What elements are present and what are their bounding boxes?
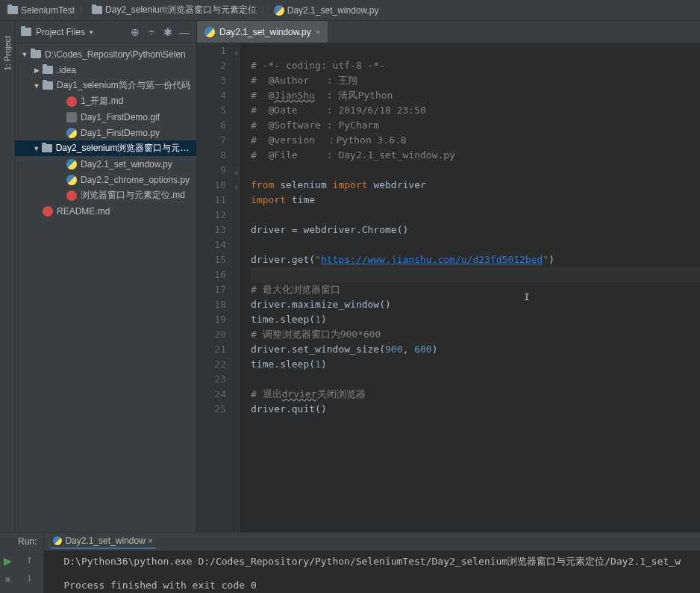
tree-file[interactable]: Day1_FirstDemo.py	[15, 125, 196, 140]
folder-icon	[7, 6, 18, 14]
tree-file[interactable]: 1_开篇.md	[15, 93, 196, 109]
tree-file[interactable]: Day2.1_set_window.py	[15, 156, 196, 172]
python-icon	[66, 159, 77, 170]
folder-icon	[31, 50, 41, 58]
python-icon	[66, 128, 77, 138]
breadcrumb-file[interactable]: Day2.1_set_window.py	[274, 5, 379, 16]
run-tab-label: Day2.1_set_window	[65, 535, 145, 546]
run-toolbar: ▶ ■	[0, 533, 15, 593]
tab-label: Day2.1_set_window.py	[219, 27, 311, 37]
folder-icon	[42, 144, 52, 152]
tree-folder-day1[interactable]: ▼Day1_selenium简介与第一份代码	[15, 78, 196, 93]
tree-label: Day1_FirstDemo.gif	[81, 112, 160, 122]
breadcrumb-folder-label: Day2_selenium浏览器窗口与元素定位	[105, 4, 257, 16]
tree-label: Day2.2_chrome_options.py	[81, 175, 190, 185]
folder-icon	[92, 6, 102, 14]
side-tool-label: 1: Project	[3, 36, 12, 70]
project-view-selector[interactable]: Project Files ▾	[21, 27, 125, 37]
console-output[interactable]: D:\Python36\python.exe D:/Codes_Reposito…	[44, 550, 700, 593]
tree-folder-day2[interactable]: ▼Day2_selenium浏览器窗口与元素定	[15, 140, 196, 156]
tree-file-readme[interactable]: README.md	[15, 203, 196, 219]
chevron-right-icon: 〉	[261, 4, 269, 16]
locate-icon[interactable]: ⊕	[129, 26, 141, 38]
image-icon	[66, 112, 77, 122]
project-title: Project Files	[36, 27, 85, 37]
run-label: Run:	[18, 536, 37, 547]
tree-label: Day1_selenium简介与第一份代码	[57, 79, 190, 92]
fold-column: ⊖⊖⊖	[234, 43, 240, 532]
breadcrumb-root-label: SeleniumTest	[21, 5, 75, 16]
settings-icon[interactable]: ✱	[162, 26, 174, 38]
play-icon[interactable]: ▶	[4, 555, 12, 567]
markdown-icon	[43, 206, 53, 217]
code-content[interactable]: # -*- coding: utf-8 -*- # @Author : 王翔 #…	[240, 43, 700, 532]
folder-icon	[43, 66, 53, 74]
editor-tab[interactable]: Day2.1_set_window.py ×	[197, 21, 328, 43]
text-cursor-icon: I	[524, 290, 530, 305]
python-icon	[53, 536, 62, 545]
folder-icon	[21, 28, 31, 36]
breadcrumb-root[interactable]: SeleniumTest	[7, 5, 75, 16]
python-icon	[66, 175, 77, 185]
up-icon[interactable]: ↑	[27, 553, 32, 565]
tree-label: 浏览器窗口与元素定位.md	[81, 189, 185, 202]
breadcrumb: SeleniumTest 〉 Day2_selenium浏览器窗口与元素定位 〉…	[0, 0, 700, 21]
line-gutter: 1234567891011121314151617181920212223242…	[197, 43, 234, 532]
breadcrumb-file-label: Day2.1_set_window.py	[287, 5, 379, 16]
project-tree[interactable]: ▼D:\Codes_Repository\Python\Selen ▶.idea…	[15, 43, 196, 532]
markdown-icon	[66, 190, 77, 201]
run-panel: ▶ ■ ↑ ↓ Run: Day2.1_set_window × D:\Pyth…	[0, 532, 700, 593]
close-icon[interactable]: ×	[149, 537, 153, 545]
close-icon[interactable]: ×	[316, 28, 320, 37]
tree-label: D:\Codes_Repository\Python\Selen	[45, 49, 186, 60]
editor-area: Day2.1_set_window.py × 12345678910111213…	[197, 21, 700, 532]
folder-icon	[43, 81, 53, 90]
hide-icon[interactable]: —	[178, 26, 190, 38]
collapse-icon[interactable]: ÷	[146, 26, 157, 38]
editor-body[interactable]: 1234567891011121314151617181920212223242…	[197, 43, 700, 532]
python-icon	[204, 27, 215, 37]
breadcrumb-folder[interactable]: Day2_selenium浏览器窗口与元素定位	[92, 4, 257, 16]
tree-label: Day2_selenium浏览器窗口与元素定	[56, 142, 192, 155]
tree-label: Day1_FirstDemo.py	[81, 128, 160, 138]
python-icon	[274, 5, 284, 16]
stop-icon[interactable]: ■	[5, 574, 10, 585]
tree-file[interactable]: Day1_FirstDemo.gif	[15, 109, 196, 125]
tree-label: README.md	[57, 206, 110, 217]
editor-tabbar: Day2.1_set_window.py ×	[197, 21, 700, 43]
run-tab[interactable]: Day2.1_set_window ×	[50, 534, 155, 549]
tree-label: .idea	[57, 65, 76, 75]
tree-root[interactable]: ▼D:\Codes_Repository\Python\Selen	[15, 46, 196, 62]
tree-label: Day2.1_set_window.py	[81, 159, 172, 170]
down-icon[interactable]: ↓	[27, 571, 32, 583]
chevron-right-icon: 〉	[79, 4, 87, 16]
markdown-icon	[66, 96, 77, 107]
project-header: Project Files ▾ ⊕ ÷ ✱ —	[15, 21, 196, 43]
tree-folder-idea[interactable]: ▶.idea	[15, 62, 196, 78]
tree-label: 1_开篇.md	[81, 95, 123, 108]
tree-file[interactable]: 浏览器窗口与元素定位.md	[15, 187, 196, 203]
tree-file[interactable]: Day2.2_chrome_options.py	[15, 172, 196, 187]
run-tabs: Run: Day2.1_set_window ×	[44, 533, 700, 550]
chevron-down-icon: ▾	[90, 28, 93, 36]
side-tool-project[interactable]: 1: Project	[0, 21, 15, 532]
project-panel: Project Files ▾ ⊕ ÷ ✱ — ▼D:\Codes_Reposi…	[15, 21, 197, 532]
